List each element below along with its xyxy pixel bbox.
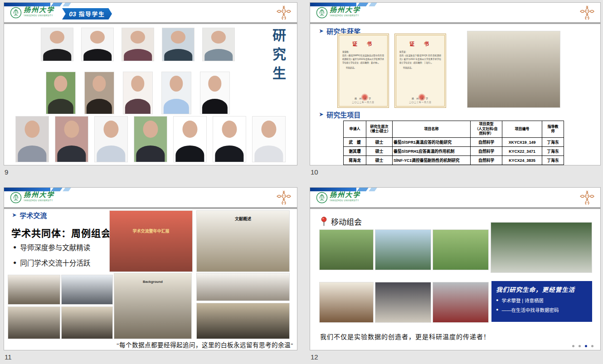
award-group-photo <box>467 31 560 108</box>
certificate-body: 您的《番茄SlMPK2在高温胁迫过程中的作用机理研究》被评为2022年度扬州大学… <box>342 54 384 65</box>
projects-heading: ➤ 研究生项目 <box>319 110 360 119</box>
student-photo[interactable] <box>46 72 76 114</box>
table-cell: 丁海东 <box>542 156 564 165</box>
header-slash-decoration <box>51 3 63 6</box>
student-photo[interactable] <box>55 116 88 162</box>
pagination-dot[interactable] <box>579 345 581 347</box>
student-photo[interactable] <box>123 72 153 114</box>
arrow-bullet-icon: ➤ <box>319 29 323 34</box>
header-slash-decoration <box>357 3 369 6</box>
slide-11-thumbnail[interactable]: 扬州大学 YANGZHOU UNIVERSITY ➤ 学术交流 学术共同体：周例… <box>4 187 297 350</box>
student-photo[interactable] <box>81 28 114 61</box>
university-name-zh: 扬州大学 <box>24 192 54 199</box>
table-cell: 丁海东 <box>542 147 564 156</box>
dining-room-photo <box>319 282 374 323</box>
table-cell: KYCX22_3471 <box>502 147 542 156</box>
certificate-title: 证 书 <box>338 40 389 47</box>
student-photo[interactable] <box>84 72 114 114</box>
student-photo[interactable] <box>15 116 49 162</box>
certificate-body: 您的《高温胁迫下番茄SlVQ6 的作用机理研究》被评为2022 年度扬州大学优秀… <box>399 54 441 65</box>
slide-number: 12 <box>311 353 318 361</box>
student-photo[interactable] <box>94 116 128 162</box>
screen-presentation-photo <box>61 275 113 305</box>
student-photo[interactable] <box>200 72 230 114</box>
university-emblem-icon <box>10 192 22 204</box>
section-badge: 03 指导学生 <box>62 8 112 19</box>
award-certificate: 证 书 莫双梅： 您的《番茄SlMPK2在高温胁迫过程中的作用机理研究》被评为2… <box>337 34 389 108</box>
university-logo: 扬州大学 YANGZHOU UNIVERSITY <box>316 192 360 204</box>
slide-10-thumbnail[interactable]: 扬州大学 YANGZHOU UNIVERSITY ➤ 研究生获奖 证 书 <box>310 2 601 165</box>
table-row[interactable]: 谢其璎硕士番茄SlSPRH1应答高温的作用机制自然科学KYCX22_3471丁海… <box>344 147 564 156</box>
dna-decoration-icon <box>579 4 595 23</box>
student-photo[interactable] <box>202 28 235 61</box>
table-cell: 蒋海龙 <box>344 156 366 165</box>
header-divider <box>4 207 297 209</box>
dna-decoration-icon <box>276 4 292 23</box>
pagination-dot[interactable] <box>585 345 587 347</box>
dot-bullet-icon: ● <box>13 244 16 250</box>
student-photo[interactable] <box>161 72 191 114</box>
background-photo-caption: Background <box>114 280 191 284</box>
arrow-bullet-icon: ➤ <box>12 213 16 218</box>
header-gradient-bar <box>4 188 50 191</box>
bullet-item: ● 同门学术交流十分活跃 <box>13 257 90 267</box>
projects-table-body: 武 媛硕士番茄SlSPR1高温应答的功能研究自然科学XKYCX19_149丁海东… <box>344 138 564 165</box>
exchange-heading: ➤ 学术交流 <box>12 210 47 220</box>
table-cell: 硕士 <box>366 156 393 165</box>
header-divider <box>4 22 297 24</box>
student-photo[interactable] <box>134 116 167 162</box>
university-emblem-icon <box>316 7 328 19</box>
bullet-item: ● 导师深度参与文献精读 <box>13 242 90 252</box>
table-cell: 番茄SlSPRH1应答高温的作用机制 <box>393 147 471 156</box>
certificate-closing: 特发此证。 <box>346 66 384 69</box>
arrow-bullet-icon: ➤ <box>319 112 323 117</box>
dna-decoration-icon <box>579 189 595 208</box>
table-cell: KYCX24_3835 <box>502 156 542 165</box>
student-photo[interactable] <box>252 116 286 162</box>
university-name-en: YANGZHOU UNIVERSITY <box>24 199 54 202</box>
student-photo-row <box>4 72 272 114</box>
whiteboard-presentation-photo <box>8 275 60 305</box>
university-logo: 扬州大学 YANGZHOU UNIVERSITY <box>10 192 54 204</box>
table-cell: 谢其璎 <box>344 147 366 156</box>
certificate-date: 二〇二二年一月六日 <box>338 101 389 103</box>
dna-decoration-icon <box>276 189 292 208</box>
table-row[interactable]: 武 媛硕士番茄SlSPR1高温应答的功能研究自然科学XKYCX19_149丁海东 <box>344 138 564 147</box>
table-cell: 武 媛 <box>344 138 366 147</box>
meeting-banner-photo: 学术交流暨年中汇报 <box>109 210 193 272</box>
slide-12-thumbnail[interactable]: 扬州大学 YANGZHOU UNIVERSITY <box>310 187 601 350</box>
slide-9-thumbnail[interactable]: 扬州大学 YANGZHOU UNIVERSITY 03 指导学生 研究生 <box>4 2 297 165</box>
projects-table: 申请人研究生层次 （博士/硕士）项目名称项目类型 （人文社科/自 然科学）项目编… <box>343 121 564 165</box>
header-divider <box>310 22 600 24</box>
certificate-recipient: 原贵波： <box>399 50 441 53</box>
section-number: 03 <box>69 10 76 18</box>
student-photo[interactable] <box>213 116 246 162</box>
student-photo[interactable] <box>173 116 207 162</box>
slide-quote: 我们不仅是实验数据的创造者，更是科研温度的传递者！ <box>320 332 490 341</box>
motto-bullet: ● 学术攀登 | 诗意栖居 <box>496 297 588 304</box>
table-cell: 丁海东 <box>542 138 564 147</box>
university-name-en: YANGZHOU UNIVERSITY <box>330 199 360 202</box>
table-row[interactable]: 蒋海龙硕士SlNF-YC1调控番茄耐热性的机制研究自然科学KYCX24_3835… <box>344 156 564 165</box>
pagination-dot[interactable] <box>591 345 593 347</box>
pagination-dot[interactable] <box>572 345 574 347</box>
header-slash-decoration <box>369 188 377 191</box>
certificate-issuer: 扬 州 大 学 <box>338 97 389 100</box>
certificate-date: 二〇二三年一月六日 <box>395 101 446 103</box>
certificate-recipient: 莫双梅： <box>342 50 384 53</box>
university-name-en: YANGZHOU UNIVERSITY <box>330 15 360 17</box>
award-certificate: 证 书 原贵波： 您的《高温胁迫下番茄SlVQ6 的作用机理研究》被评为2022… <box>394 34 446 108</box>
table-discussion-photo <box>61 306 113 339</box>
university-name-zh: 扬州大学 <box>24 7 54 14</box>
student-photo[interactable] <box>162 28 195 61</box>
round-table-dinner-photo <box>375 282 431 323</box>
header-slash-decoration <box>63 3 71 6</box>
literature-overview-photo: 文献概述 <box>196 210 290 272</box>
header-divider <box>310 207 600 209</box>
student-photo-row <box>4 116 297 162</box>
student-photo[interactable] <box>122 28 154 61</box>
student-photo[interactable] <box>41 28 73 61</box>
table-cell: 硕士 <box>366 147 393 156</box>
table-header-cell: 申请人 <box>344 121 366 138</box>
header-slash-decoration <box>63 188 71 191</box>
